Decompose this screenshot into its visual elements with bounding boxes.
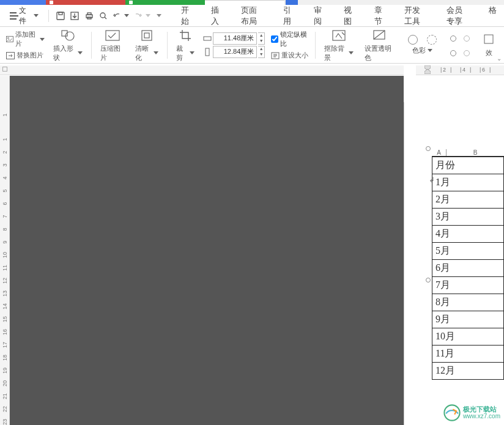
- menu-devtools[interactable]: 开发工具: [403, 2, 429, 29]
- table-cell[interactable]: 8月: [432, 294, 504, 311]
- clarity-button[interactable]: 清晰化: [133, 28, 161, 62]
- export-icon[interactable]: [69, 9, 81, 23]
- effect-button[interactable]: 效: [477, 32, 498, 57]
- svg-point-6: [100, 13, 105, 18]
- table-cell[interactable]: 2月: [432, 191, 504, 209]
- contrast-up-icon[interactable]: [448, 48, 458, 57]
- ruler-vtick: 15: [2, 316, 8, 323]
- table-cell[interactable]: 12月: [432, 363, 504, 380]
- undo-icon[interactable]: [111, 9, 123, 23]
- table-row[interactable]: 月份: [432, 157, 504, 174]
- brightness-up-icon[interactable]: [448, 33, 458, 43]
- ruler-vtick: 17: [2, 341, 8, 349]
- table-row[interactable]: 3月: [432, 209, 504, 226]
- color-button[interactable]: 色彩: [402, 35, 442, 55]
- table-cell[interactable]: 5月: [432, 243, 504, 260]
- file-label: 文件: [19, 6, 31, 26]
- ruler-vtick: 21: [2, 393, 8, 400]
- separator: [167, 32, 168, 59]
- separator: [91, 32, 92, 59]
- menu-start[interactable]: 开始: [180, 2, 194, 29]
- tab-red[interactable]: [46, 0, 125, 5]
- table-cell[interactable]: 月份: [432, 157, 504, 174]
- menu-chapter[interactable]: 章节: [373, 2, 387, 29]
- crop-button[interactable]: 裁剪: [174, 28, 197, 62]
- redo-icon[interactable]: [132, 9, 143, 23]
- width-icon: [203, 34, 212, 43]
- table-row[interactable]: 9月: [432, 311, 504, 328]
- table-row[interactable]: 10月: [432, 328, 504, 346]
- menu-reference[interactable]: 引用: [282, 2, 296, 29]
- table-row[interactable]: 5月: [432, 243, 504, 260]
- reset-size-label: 重设大小: [281, 51, 308, 60]
- ruler-vtick: 4: [2, 174, 8, 182]
- col-a-label: A: [432, 149, 447, 156]
- table-cell[interactable]: 6月: [432, 260, 504, 277]
- table-cell[interactable]: 7月: [432, 277, 504, 294]
- redo-dropdown-icon[interactable]: [146, 14, 150, 17]
- table-cell[interactable]: 10月: [432, 328, 504, 346]
- brightness-down-icon[interactable]: [461, 33, 471, 43]
- table-row[interactable]: 8月: [432, 294, 504, 311]
- selection-handle[interactable]: [426, 146, 431, 151]
- table-row[interactable]: 2月: [432, 191, 504, 209]
- selection-handle[interactable]: [426, 278, 431, 283]
- save-icon[interactable]: [55, 9, 67, 23]
- height-icon: [203, 48, 212, 56]
- insert-shape-button[interactable]: 插入形状: [51, 28, 85, 62]
- file-menu-button[interactable]: 文件: [6, 3, 42, 29]
- menu-insert[interactable]: 插入: [210, 2, 224, 29]
- undo-dropdown-icon[interactable]: [124, 14, 129, 17]
- add-image-button[interactable]: 添加图片: [6, 30, 45, 48]
- image-icon: [6, 35, 13, 43]
- print-icon[interactable]: [83, 9, 95, 23]
- lock-ratio-checkbox[interactable]: 锁定纵横比: [271, 30, 308, 48]
- ruler-vtick: 7: [2, 213, 8, 220]
- table-cell[interactable]: 3月: [432, 209, 504, 226]
- menu-pagelayout[interactable]: 页面布局: [240, 2, 266, 29]
- reset-icon: [271, 52, 280, 59]
- table-cell[interactable]: 1月: [432, 174, 504, 191]
- menu-member[interactable]: 会员专享: [445, 2, 472, 29]
- data-table[interactable]: 月份1月2月3月4月5月6月7月8月9月10月11月12月: [432, 157, 504, 380]
- embedded-table[interactable]: A B 月份1月2月3月4月5月6月7月8月9月10月11月12月: [432, 149, 504, 380]
- table-row[interactable]: 6月: [432, 260, 504, 277]
- replace-image-button[interactable]: 替换图片: [6, 51, 45, 60]
- tab-green[interactable]: [125, 0, 205, 5]
- image-ops-group: 添加图片 替换图片: [6, 30, 45, 60]
- ruler-vtick: 6: [2, 200, 8, 207]
- image-placeholder[interactable]: [10, 76, 404, 425]
- set-transparent-button[interactable]: 设置透明色: [362, 28, 396, 62]
- table-row[interactable]: 4月: [432, 226, 504, 243]
- height-spinner[interactable]: ▲▼: [258, 46, 265, 58]
- table-cell[interactable]: 4月: [432, 226, 504, 243]
- indent-marker[interactable]: [424, 65, 431, 75]
- width-spinner[interactable]: ▲▼: [258, 32, 265, 45]
- width-field[interactable]: 11.48厘米: [213, 32, 257, 45]
- ruler-vtick: 12: [2, 277, 8, 284]
- ribbon-collapse-icon[interactable]: ⌄: [497, 55, 502, 62]
- preview-icon[interactable]: [97, 9, 109, 23]
- table-cell[interactable]: 11月: [432, 346, 504, 363]
- table-row[interactable]: 1月: [432, 174, 504, 191]
- table-cell[interactable]: 9月: [432, 311, 504, 328]
- reset-size-button[interactable]: 重设大小: [271, 51, 308, 60]
- lock-ratio-input[interactable]: [271, 35, 278, 43]
- separator: [315, 32, 316, 59]
- table-row[interactable]: 7月: [432, 277, 504, 294]
- table-column-headers: A B: [432, 149, 504, 157]
- contrast-down-icon[interactable]: [461, 48, 471, 57]
- svg-rect-13: [142, 31, 152, 40]
- height-field[interactable]: 12.84厘米: [213, 46, 257, 58]
- quick-access-dropdown[interactable]: [153, 9, 165, 23]
- menu-review[interactable]: 审阅: [313, 2, 327, 29]
- remove-bg-button[interactable]: 抠除背景: [322, 28, 356, 62]
- table-row[interactable]: 11月: [432, 346, 504, 363]
- compress-image-button[interactable]: 压缩图片: [98, 28, 127, 62]
- svg-rect-18: [333, 31, 345, 40]
- menu-cut[interactable]: 格: [487, 2, 498, 29]
- ruler-horizontal-left: [0, 65, 404, 75]
- menu-view[interactable]: 视图: [343, 2, 357, 29]
- table-row[interactable]: 12月: [432, 363, 504, 380]
- ruler-vtick: 2: [2, 149, 8, 156]
